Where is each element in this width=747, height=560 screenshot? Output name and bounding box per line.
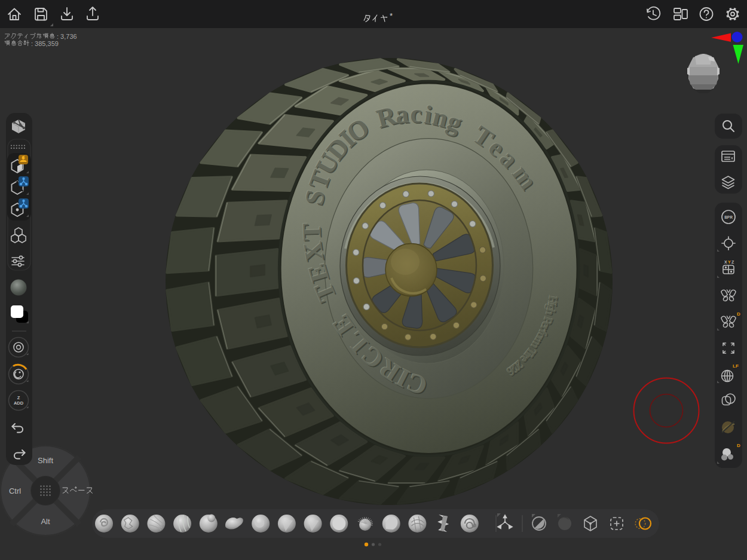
- svg-text:Shift: Shift: [38, 456, 53, 465]
- svg-text:ADD: ADD: [14, 400, 24, 406]
- svg-text:T: T: [297, 223, 327, 241]
- svg-text:: 385,359: : 385,359: [31, 40, 59, 47]
- svg-text:LF: LF: [733, 363, 739, 369]
- svg-text:X: X: [724, 260, 727, 264]
- svg-text:Y: Y: [728, 260, 731, 264]
- svg-text:c: c: [410, 99, 423, 129]
- svg-text:: 3,736: : 3,736: [57, 33, 77, 40]
- svg-text:Alt: Alt: [41, 517, 50, 526]
- svg-text:Z: Z: [731, 260, 734, 264]
- svg-text:D: D: [737, 311, 740, 317]
- svg-text:Ctrl: Ctrl: [9, 486, 21, 495]
- svg-text:BPR: BPR: [724, 215, 733, 219]
- svg-text:*: *: [390, 11, 393, 20]
- svg-text:D: D: [737, 443, 740, 448]
